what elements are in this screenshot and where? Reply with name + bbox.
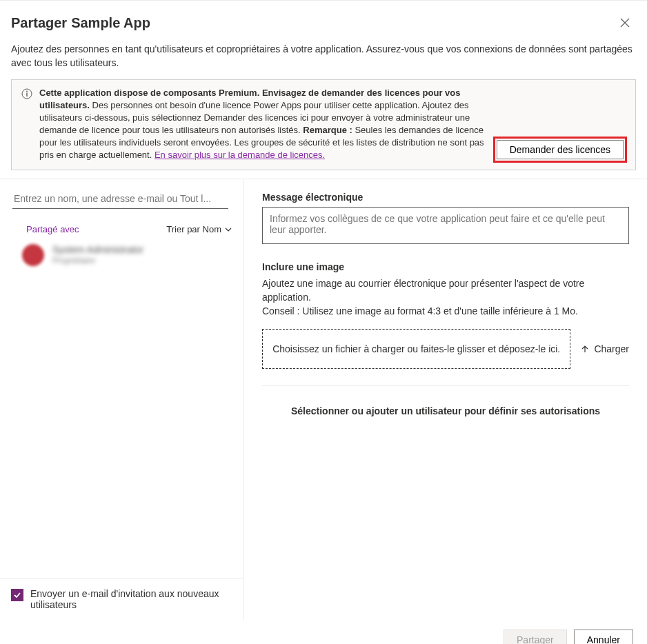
email-message-label: Message électronique [262, 192, 629, 203]
request-licenses-button[interactable]: Demander des licences [497, 140, 624, 159]
request-licenses-highlight: Demander des licences [493, 137, 627, 163]
user-role: Propriétaire [52, 255, 143, 266]
svg-rect-2 [26, 93, 27, 97]
include-image-desc: Ajoutez une image au courrier électroniq… [262, 276, 629, 304]
close-button[interactable] [614, 12, 636, 34]
file-dropzone[interactable]: Choisissez un fichier à charger ou faite… [262, 329, 570, 369]
info-bold-2: Remarque : [303, 125, 352, 135]
upload-button[interactable]: Charger [580, 343, 629, 354]
send-invite-checkbox[interactable] [11, 589, 23, 601]
left-panel: Partagé avec Trier par Nom System Admini… [0, 179, 244, 620]
title-appname: Sample App [71, 15, 150, 31]
premium-info-box: Cette application dispose de composants … [11, 79, 636, 170]
upload-icon [580, 344, 590, 354]
share-button: Partager [504, 630, 567, 644]
learn-more-link[interactable]: En savoir plus sur la demande de licence… [155, 150, 325, 160]
dialog-title: Partager Sample App [11, 15, 150, 31]
svg-point-1 [26, 91, 28, 92]
user-list-item[interactable]: System Administrator Propriétaire [12, 234, 239, 272]
right-panel: Message électronique Inclure une image A… [244, 179, 647, 620]
dialog-footer: Partager Annuler [0, 620, 647, 644]
upload-label: Charger [594, 343, 629, 354]
chevron-down-icon [224, 225, 232, 234]
sort-dropdown[interactable]: Trier par Nom [166, 224, 232, 234]
email-message-input[interactable] [262, 207, 629, 244]
close-icon [620, 18, 630, 28]
avatar [22, 244, 44, 266]
send-invite-label: Envoyer un e-mail d'invitation aux nouve… [30, 588, 232, 610]
add-user-input[interactable] [12, 189, 228, 209]
user-name: System Administrator [52, 244, 143, 255]
title-prefix: Partager [11, 15, 67, 31]
include-image-tip: Conseil : Utilisez une image au format 4… [262, 304, 629, 318]
select-user-prompt: Sélectionner ou ajouter un utilisateur p… [262, 405, 629, 416]
dialog-subtitle: Ajoutez des personnes en tant qu'utilisa… [11, 42, 636, 70]
cancel-button[interactable]: Annuler [574, 630, 633, 644]
shared-with-label: Partagé avec [26, 224, 79, 234]
divider [262, 385, 629, 386]
include-image-label: Inclure une image [262, 261, 629, 272]
info-icon [21, 88, 32, 161]
sort-label-text: Trier par Nom [166, 224, 221, 234]
check-icon [13, 591, 21, 599]
